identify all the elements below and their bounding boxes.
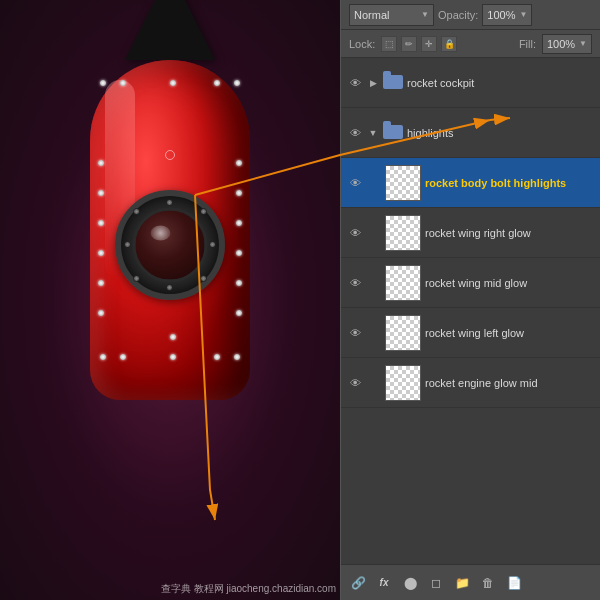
porthole-inner xyxy=(133,208,208,283)
mask-icon[interactable]: ◻ xyxy=(425,572,447,594)
fx-icon[interactable]: fx xyxy=(373,572,395,594)
new-layer-icon[interactable]: 📄 xyxy=(503,572,525,594)
folder-new-icon[interactable]: 📁 xyxy=(451,572,473,594)
fill-value: 100% xyxy=(547,38,575,50)
blend-mode-chevron: ▼ xyxy=(421,10,429,19)
lock-toolbar: Lock: ⬚ ✏ ✛ 🔒 Fill: 100% ▼ xyxy=(341,30,600,58)
bolt xyxy=(98,160,104,166)
expand-icon[interactable]: ▶ xyxy=(367,77,379,89)
link-icon[interactable]: 🔗 xyxy=(347,572,369,594)
layer-name: rocket cockpit xyxy=(407,77,594,89)
lock-all-icon[interactable]: 🔒 xyxy=(441,36,457,52)
layer-item[interactable]: 👁 rocket engine glow mid xyxy=(341,358,600,408)
layer-thumbnail xyxy=(385,315,421,351)
bolt xyxy=(170,334,176,340)
bolt xyxy=(98,310,104,316)
blend-mode-select[interactable]: Normal ▼ xyxy=(349,4,434,26)
lock-transparent-icon[interactable]: ⬚ xyxy=(381,36,397,52)
layer-name: rocket wing mid glow xyxy=(425,277,594,289)
layer-thumbnail xyxy=(385,215,421,251)
fill-chevron: ▼ xyxy=(579,39,587,48)
bolt xyxy=(234,354,240,360)
visibility-icon[interactable]: 👁 xyxy=(347,125,363,141)
canvas-area: 查字典 教程网 jiaocheng.chazidian.com xyxy=(0,0,340,600)
bolt xyxy=(170,354,176,360)
bolt xyxy=(98,250,104,256)
bolt xyxy=(120,80,126,86)
bolt xyxy=(236,190,242,196)
lock-paint-icon[interactable]: ✏ xyxy=(401,36,417,52)
bolt xyxy=(236,310,242,316)
layer-item[interactable]: 👁 rocket wing right glow xyxy=(341,208,600,258)
layer-item[interactable]: 👁 rocket wing mid glow xyxy=(341,258,600,308)
layer-item[interactable]: 👁 rocket wing left glow xyxy=(341,308,600,358)
visibility-icon[interactable]: 👁 xyxy=(347,225,363,241)
layer-thumbnail xyxy=(385,265,421,301)
lock-label: Lock: xyxy=(349,38,375,50)
lock-move-icon[interactable]: ✛ xyxy=(421,36,437,52)
blend-toolbar: Normal ▼ Opacity: 100% ▼ xyxy=(341,0,600,30)
layer-name: highlights xyxy=(407,127,594,139)
bolt xyxy=(234,80,240,86)
adjustment-icon[interactable]: ⬤ xyxy=(399,572,421,594)
trash-icon[interactable]: 🗑 xyxy=(477,572,499,594)
opacity-label: Opacity: xyxy=(438,9,478,21)
expand-icon[interactable]: ▼ xyxy=(367,127,379,139)
bolt xyxy=(236,220,242,226)
layers-list: 👁 ▶ rocket cockpit 👁 ▼ highlights 👁 xyxy=(341,58,600,564)
layer-name-active: rocket body bolt highlights xyxy=(425,177,594,189)
folder-icon xyxy=(383,125,403,141)
fill-input[interactable]: 100% ▼ xyxy=(542,34,592,54)
layer-thumbnail xyxy=(385,165,421,201)
lock-icons: ⬚ ✏ ✛ 🔒 xyxy=(381,36,457,52)
layer-item[interactable]: 👁 ▶ rocket cockpit xyxy=(341,58,600,108)
folder-icon xyxy=(383,75,403,91)
visibility-icon[interactable]: 👁 xyxy=(347,75,363,91)
bolt xyxy=(100,80,106,86)
layers-panel: Normal ▼ Opacity: 100% ▼ Lock: ⬚ ✏ ✛ 🔒 F… xyxy=(340,0,600,600)
visibility-icon[interactable]: 👁 xyxy=(347,275,363,291)
visibility-icon[interactable]: 👁 xyxy=(347,325,363,341)
main-container: 查字典 教程网 jiaocheng.chazidian.com Normal ▼… xyxy=(0,0,600,600)
visibility-icon[interactable]: 👁 xyxy=(347,175,363,191)
bolt xyxy=(236,280,242,286)
porthole xyxy=(115,190,225,300)
opacity-input[interactable]: 100% ▼ xyxy=(482,4,532,26)
layer-name: rocket engine glow mid xyxy=(425,377,594,389)
layer-name: rocket wing right glow xyxy=(425,227,594,239)
opacity-value: 100% xyxy=(487,9,515,21)
watermark: 查字典 教程网 jiaocheng.chazidian.com xyxy=(161,582,336,596)
bolt xyxy=(236,250,242,256)
layer-thumbnail xyxy=(385,365,421,401)
blend-mode-value: Normal xyxy=(354,9,389,21)
rocket xyxy=(60,0,280,400)
bolt xyxy=(98,280,104,286)
bolt xyxy=(98,220,104,226)
layer-item-selected[interactable]: 👁 rocket body bolt highlights xyxy=(341,158,600,208)
bolt xyxy=(214,80,220,86)
bolt xyxy=(120,354,126,360)
bolt xyxy=(98,190,104,196)
rocket-body xyxy=(90,60,250,400)
visibility-icon[interactable]: 👁 xyxy=(347,375,363,391)
bolt xyxy=(170,80,176,86)
layer-name: rocket wing left glow xyxy=(425,327,594,339)
panel-bottom-toolbar: 🔗 fx ⬤ ◻ 📁 🗑 📄 xyxy=(341,564,600,600)
fill-label: Fill: xyxy=(519,38,536,50)
bolt xyxy=(100,354,106,360)
opacity-chevron: ▼ xyxy=(519,10,527,19)
layer-item[interactable]: 👁 ▼ highlights xyxy=(341,108,600,158)
bolt xyxy=(236,160,242,166)
bolt xyxy=(214,354,220,360)
